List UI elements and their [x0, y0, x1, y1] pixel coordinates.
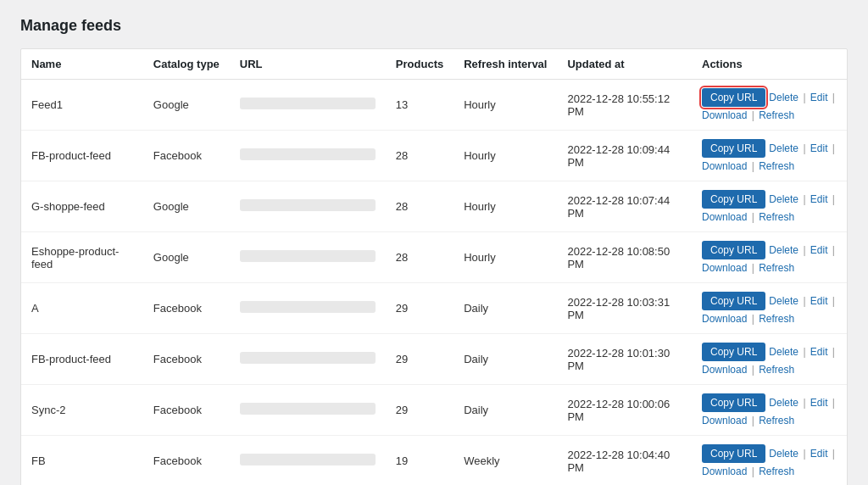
delete-link[interactable]: Delete [769, 397, 798, 409]
feed-refresh-interval: Hourly [453, 80, 557, 131]
feed-products: 29 [386, 283, 453, 334]
feed-refresh-interval: Hourly [453, 232, 557, 283]
feed-updated-at: 2022-12-28 10:09:44 PM [557, 131, 692, 181]
delete-link[interactable]: Delete [769, 346, 798, 358]
edit-link[interactable]: Edit [810, 142, 828, 154]
table-header-row: Name Catalog type URL Products Refresh i… [21, 49, 847, 80]
edit-link[interactable]: Edit [810, 295, 828, 307]
col-actions: Actions [692, 49, 847, 80]
feed-actions: Copy URLDelete | Edit |Download | Refres… [692, 80, 847, 131]
edit-link[interactable]: Edit [810, 397, 828, 409]
feed-name: G-shoppe-feed [21, 181, 143, 232]
feed-actions: Copy URLDelete | Edit |Download | Refres… [692, 385, 847, 436]
refresh-link[interactable]: Refresh [759, 211, 794, 223]
download-link[interactable]: Download [702, 211, 747, 223]
col-catalog-type: Catalog type [143, 49, 230, 80]
feed-refresh-interval: Daily [453, 334, 557, 385]
copy-url-button[interactable]: Copy URL [702, 139, 765, 158]
copy-url-button[interactable]: Copy URL [702, 190, 765, 209]
feed-url [230, 131, 386, 181]
feed-url [230, 334, 386, 385]
table-row: FB-product-feedFacebook28Hourly2022-12-2… [21, 131, 847, 181]
col-name: Name [21, 49, 143, 80]
feed-actions: Copy URLDelete | Edit |Download | Refres… [692, 131, 847, 181]
feed-refresh-interval: Weekly [453, 436, 557, 486]
delete-link[interactable]: Delete [769, 92, 798, 103]
feed-products: 28 [386, 181, 453, 232]
table-row: Feed1Google13Hourly2022-12-28 10:55:12 P… [21, 80, 847, 131]
refresh-link[interactable]: Refresh [759, 465, 794, 477]
copy-url-button[interactable]: Copy URL [702, 292, 765, 310]
delete-link[interactable]: Delete [769, 142, 798, 154]
feeds-table: Name Catalog type URL Products Refresh i… [21, 49, 847, 485]
feed-actions: Copy URLDelete | Edit |Download | Refres… [692, 181, 847, 232]
feed-actions: Copy URLDelete | Edit |Download | Refres… [692, 232, 847, 283]
feed-updated-at: 2022-12-28 10:07:44 PM [557, 181, 692, 232]
feed-updated-at: 2022-12-28 10:00:06 PM [557, 385, 692, 436]
edit-link[interactable]: Edit [810, 193, 828, 205]
feed-url [230, 232, 386, 283]
download-link[interactable]: Download [702, 160, 747, 172]
feed-name: Eshoppe-product-feed [21, 232, 143, 283]
feed-products: 13 [386, 80, 453, 131]
col-refresh-interval: Refresh interval [453, 49, 557, 80]
feed-name: Feed1 [21, 80, 143, 131]
download-link[interactable]: Download [702, 415, 747, 426]
feed-updated-at: 2022-12-28 10:55:12 PM [557, 80, 692, 131]
copy-url-button[interactable]: Copy URL [702, 393, 765, 412]
edit-link[interactable]: Edit [810, 448, 828, 460]
copy-url-button[interactable]: Copy URL [702, 444, 765, 463]
feed-catalog-type: Facebook [143, 283, 230, 334]
col-url: URL [230, 49, 386, 80]
refresh-link[interactable]: Refresh [759, 262, 794, 274]
download-link[interactable]: Download [702, 465, 747, 477]
edit-link[interactable]: Edit [810, 92, 828, 103]
feed-catalog-type: Facebook [143, 131, 230, 181]
feed-url [230, 283, 386, 334]
feed-url [230, 385, 386, 436]
feed-updated-at: 2022-12-28 10:04:40 PM [557, 436, 692, 486]
copy-url-button[interactable]: Copy URL [702, 88, 765, 107]
feed-catalog-type: Facebook [143, 385, 230, 436]
feed-updated-at: 2022-12-28 10:01:30 PM [557, 334, 692, 385]
download-link[interactable]: Download [702, 313, 747, 325]
feed-name: FB [21, 436, 143, 486]
refresh-link[interactable]: Refresh [759, 313, 794, 325]
feed-products: 29 [386, 334, 453, 385]
feed-updated-at: 2022-12-28 10:08:50 PM [557, 232, 692, 283]
delete-link[interactable]: Delete [769, 244, 798, 256]
edit-link[interactable]: Edit [810, 346, 828, 358]
download-link[interactable]: Download [702, 109, 747, 121]
table-row: FBFacebook19Weekly2022-12-28 10:04:40 PM… [21, 436, 847, 486]
table-row: G-shoppe-feedGoogle28Hourly2022-12-28 10… [21, 181, 847, 232]
copy-url-button[interactable]: Copy URL [702, 241, 765, 259]
feed-actions: Copy URLDelete | Edit |Download | Refres… [692, 436, 847, 486]
feed-actions: Copy URLDelete | Edit |Download | Refres… [692, 334, 847, 385]
table-row: FB-product-feedFacebook29Daily2022-12-28… [21, 334, 847, 385]
refresh-link[interactable]: Refresh [759, 415, 794, 426]
feed-url [230, 436, 386, 486]
copy-url-button[interactable]: Copy URL [702, 343, 765, 361]
delete-link[interactable]: Delete [769, 448, 798, 460]
page-title: Manage feeds [20, 17, 848, 35]
edit-link[interactable]: Edit [810, 244, 828, 256]
feed-catalog-type: Facebook [143, 334, 230, 385]
refresh-link[interactable]: Refresh [759, 160, 794, 172]
download-link[interactable]: Download [702, 364, 747, 376]
feed-products: 28 [386, 232, 453, 283]
feed-catalog-type: Google [143, 181, 230, 232]
feed-products: 29 [386, 385, 453, 436]
delete-link[interactable]: Delete [769, 295, 798, 307]
delete-link[interactable]: Delete [769, 193, 798, 205]
refresh-link[interactable]: Refresh [759, 364, 794, 376]
feed-name: FB-product-feed [21, 334, 143, 385]
feed-name: FB-product-feed [21, 131, 143, 181]
download-link[interactable]: Download [702, 262, 747, 274]
feed-name: Sync-2 [21, 385, 143, 436]
feed-refresh-interval: Hourly [453, 131, 557, 181]
feed-refresh-interval: Daily [453, 385, 557, 436]
feed-refresh-interval: Hourly [453, 181, 557, 232]
refresh-link[interactable]: Refresh [759, 109, 794, 121]
feed-catalog-type: Google [143, 80, 230, 131]
feed-url [230, 80, 386, 131]
